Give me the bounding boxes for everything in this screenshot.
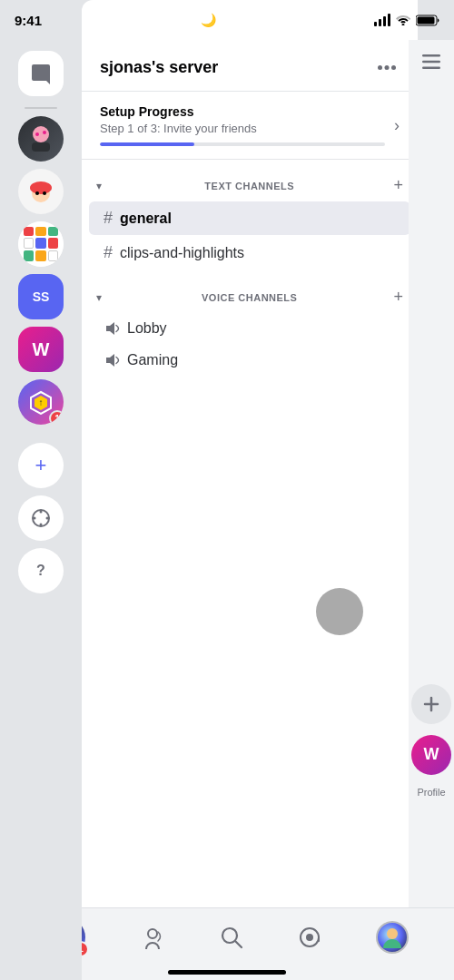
explore-icon	[31, 508, 51, 528]
channel-name-clips: clips-and-highlights	[120, 245, 244, 261]
voice-channels-header[interactable]: ▾ VOICE CHANNELS +	[82, 279, 418, 312]
game-icon: ↑	[28, 389, 54, 415]
status-moon-icon: 🌙	[201, 13, 216, 27]
add-voice-channel-button[interactable]: +	[393, 288, 403, 307]
svg-point-20	[391, 65, 396, 70]
svg-rect-25	[422, 67, 440, 70]
channel-item-general[interactable]: # general	[89, 201, 410, 235]
profile-nav-icon	[380, 925, 405, 950]
svg-line-36	[236, 941, 242, 947]
svg-point-18	[378, 65, 382, 70]
svg-point-40	[387, 928, 398, 939]
at-nav-icon	[298, 926, 321, 949]
speaker-icon-gaming	[104, 352, 120, 368]
svg-marker-22	[106, 354, 114, 367]
setup-text: Setup Progress Step 1 of 3: Invite your …	[100, 104, 385, 146]
svg-point-17	[46, 517, 49, 520]
svg-marker-21	[106, 322, 114, 335]
channels-container: ▾ TEXT CHANNELS + # general # clips-and-…	[82, 160, 418, 980]
setup-progress-section[interactable]: Setup Progress Step 1 of 3: Invite your …	[82, 92, 418, 160]
sidebar: SS W ↑ 1 + ?	[0, 0, 82, 980]
status-bar: 9:41 🌙	[0, 0, 454, 40]
voice-channels-chevron-icon: ▾	[96, 291, 102, 304]
more-icon	[378, 65, 396, 70]
right-panel-peek: W Profile	[409, 40, 454, 907]
nav-mentions-item[interactable]	[298, 926, 321, 949]
sidebar-item-server-1[interactable]	[18, 116, 64, 162]
svg-rect-3	[32, 142, 50, 152]
svg-text:↑: ↑	[39, 397, 44, 407]
sidebar-item-server-ss[interactable]: SS	[18, 274, 64, 319]
explore-servers-button[interactable]	[18, 495, 64, 541]
svg-point-8	[35, 191, 39, 195]
sidebar-item-server-game[interactable]: ↑ 1	[18, 379, 64, 425]
svg-point-2	[33, 126, 49, 142]
svg-point-15	[40, 524, 43, 526]
channel-name-general: general	[120, 211, 172, 227]
chat-icon	[30, 63, 52, 84]
progress-bar-fill	[100, 142, 194, 146]
svg-point-35	[222, 928, 237, 943]
more-options-button[interactable]	[374, 54, 400, 80]
text-channels-chevron-icon: ▾	[96, 180, 102, 192]
add-friend-icon	[422, 695, 440, 713]
right-peek-text: Profile	[417, 786, 445, 799]
svg-rect-23	[422, 54, 440, 57]
avatar1-icon	[25, 122, 57, 155]
channel-name-gaming: Gaming	[127, 352, 178, 368]
svg-point-9	[43, 191, 46, 195]
nav-search-item[interactable]	[220, 926, 243, 949]
help-icon: ?	[36, 563, 45, 579]
svg-rect-1	[418, 16, 435, 24]
avatar2-icon	[23, 173, 59, 210]
sidebar-item-server-2[interactable]	[18, 169, 64, 214]
direct-messages-button[interactable]	[18, 51, 64, 96]
panel-header: sjonas's server	[82, 40, 418, 92]
nav-voice-item[interactable]	[140, 925, 165, 950]
game-server-badge: 1	[49, 410, 64, 425]
signal-bars-icon	[374, 14, 390, 26]
voice-channels-label: VOICE CHANNELS	[202, 292, 297, 303]
help-button[interactable]: ?	[18, 548, 64, 593]
floating-circle	[316, 588, 363, 635]
sidebar-item-server-3[interactable]	[18, 221, 64, 267]
channel-item-lobby[interactable]: Lobby	[89, 313, 410, 344]
svg-point-16	[34, 517, 36, 520]
server-title: sjonas's server	[100, 58, 218, 77]
hash-icon-clips: #	[104, 243, 113, 262]
channel-panel: sjonas's server Setup Progress Step 1 of…	[82, 0, 418, 980]
add-icon: +	[35, 454, 47, 477]
channel-name-lobby: Lobby	[127, 320, 167, 337]
w-label: W	[33, 339, 50, 360]
add-server-button[interactable]: +	[18, 443, 64, 488]
w-peek-icon: W	[411, 735, 451, 775]
channel-item-gaming[interactable]: Gaming	[89, 345, 410, 376]
chevron-right-icon: ›	[394, 116, 400, 135]
status-icons	[374, 14, 439, 26]
nav-profile-item[interactable]	[376, 921, 409, 954]
text-channels-label: TEXT CHANNELS	[204, 181, 294, 191]
svg-point-19	[385, 65, 390, 70]
text-channels-header[interactable]: ▾ TEXT CHANNELS +	[82, 167, 418, 201]
svg-point-7	[30, 181, 52, 194]
svg-point-34	[148, 929, 157, 938]
setup-subtitle: Step 1 of 3: Invite your friends	[100, 122, 385, 135]
battery-icon	[416, 15, 439, 26]
voice-nav-icon	[140, 925, 165, 950]
svg-point-4	[35, 132, 39, 136]
ss-initials: SS	[33, 289, 50, 304]
svg-rect-24	[422, 61, 440, 64]
add-friend-peek-button[interactable]	[411, 684, 451, 724]
search-nav-icon	[220, 926, 243, 949]
sidebar-item-server-w[interactable]: W	[18, 327, 64, 372]
add-text-channel-button[interactable]: +	[393, 176, 403, 195]
hamburger-icon	[422, 54, 440, 69]
status-time: 9:41	[15, 13, 42, 28]
svg-point-5	[43, 131, 46, 134]
rubik-icon	[18, 221, 64, 267]
sidebar-divider	[25, 107, 57, 109]
home-indicator	[168, 970, 286, 975]
channel-item-clips[interactable]: # clips-and-highlights	[89, 236, 410, 270]
setup-title: Setup Progress	[100, 104, 385, 119]
svg-point-38	[306, 934, 313, 941]
